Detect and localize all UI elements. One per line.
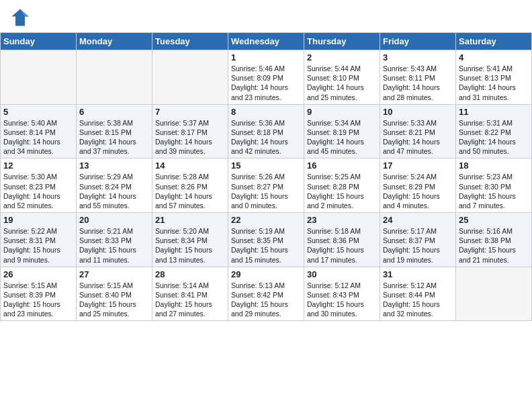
day-number: 31 — [383, 269, 453, 279]
day-number: 13 — [79, 161, 149, 171]
day-info: Sunrise: 5:43 AMSunset: 8:11 PMDaylight:… — [383, 64, 453, 102]
calendar-cell: 15Sunrise: 5:26 AMSunset: 8:27 PMDayligh… — [228, 158, 304, 213]
calendar-cell — [77, 50, 152, 105]
day-number: 5 — [3, 107, 73, 117]
day-number: 2 — [307, 52, 377, 62]
day-number: 19 — [3, 215, 73, 225]
day-info: Sunrise: 5:41 AMSunset: 8:13 PMDaylight:… — [459, 64, 529, 102]
day-number: 10 — [383, 107, 453, 117]
calendar-cell: 16Sunrise: 5:25 AMSunset: 8:28 PMDayligh… — [304, 158, 380, 213]
day-number: 16 — [307, 161, 377, 171]
calendar-cell: 21Sunrise: 5:20 AMSunset: 8:34 PMDayligh… — [152, 213, 228, 267]
calendar-cell: 6Sunrise: 5:38 AMSunset: 8:15 PMDaylight… — [77, 104, 152, 158]
logo — [11, 8, 32, 27]
day-number: 12 — [3, 161, 73, 171]
day-number: 30 — [307, 269, 377, 279]
day-info: Sunrise: 5:33 AMSunset: 8:21 PMDaylight:… — [383, 118, 453, 156]
calendar-cell: 30Sunrise: 5:12 AMSunset: 8:43 PMDayligh… — [304, 267, 380, 321]
calendar-cell: 20Sunrise: 5:21 AMSunset: 8:33 PMDayligh… — [77, 213, 152, 267]
calendar-cell: 26Sunrise: 5:15 AMSunset: 8:39 PMDayligh… — [1, 267, 77, 321]
svg-marker-0 — [11, 9, 28, 26]
calendar-cell: 5Sunrise: 5:40 AMSunset: 8:14 PMDaylight… — [1, 104, 77, 158]
calendar-cell: 2Sunrise: 5:44 AMSunset: 8:10 PMDaylight… — [304, 50, 380, 105]
calendar-cell: 19Sunrise: 5:22 AMSunset: 8:31 PMDayligh… — [1, 213, 77, 267]
day-number: 8 — [231, 107, 301, 117]
calendar-cell: 27Sunrise: 5:15 AMSunset: 8:40 PMDayligh… — [77, 267, 152, 321]
day-number: 27 — [79, 269, 149, 279]
day-info: Sunrise: 5:23 AMSunset: 8:30 PMDaylight:… — [459, 172, 529, 210]
day-info: Sunrise: 5:16 AMSunset: 8:38 PMDaylight:… — [459, 226, 529, 265]
day-info: Sunrise: 5:44 AMSunset: 8:10 PMDaylight:… — [307, 64, 377, 102]
calendar-cell: 4Sunrise: 5:41 AMSunset: 8:13 PMDaylight… — [456, 50, 532, 105]
day-number: 9 — [307, 107, 377, 117]
day-number: 7 — [155, 107, 225, 117]
calendar-header-row: SundayMondayTuesdayWednesdayThursdayFrid… — [1, 33, 532, 50]
day-number: 14 — [155, 161, 225, 171]
day-number: 22 — [231, 215, 301, 225]
calendar-cell — [152, 50, 228, 105]
day-number: 28 — [155, 269, 225, 279]
day-number: 3 — [383, 52, 453, 62]
day-number: 25 — [459, 215, 529, 225]
day-number: 24 — [383, 215, 453, 225]
calendar-cell: 13Sunrise: 5:29 AMSunset: 8:24 PMDayligh… — [77, 158, 152, 213]
day-info: Sunrise: 5:24 AMSunset: 8:29 PMDaylight:… — [383, 172, 453, 210]
calendar-cell: 25Sunrise: 5:16 AMSunset: 8:38 PMDayligh… — [456, 213, 532, 267]
calendar-cell: 31Sunrise: 5:12 AMSunset: 8:44 PMDayligh… — [380, 267, 456, 321]
day-info: Sunrise: 5:20 AMSunset: 8:34 PMDaylight:… — [155, 226, 225, 265]
calendar-week-row: 12Sunrise: 5:30 AMSunset: 8:23 PMDayligh… — [1, 158, 532, 213]
calendar-week-row: 19Sunrise: 5:22 AMSunset: 8:31 PMDayligh… — [1, 213, 532, 267]
calendar-day-header: Sunday — [1, 33, 77, 50]
day-number: 29 — [231, 269, 301, 279]
day-info: Sunrise: 5:29 AMSunset: 8:24 PMDaylight:… — [79, 172, 149, 210]
day-info: Sunrise: 5:28 AMSunset: 8:26 PMDaylight:… — [155, 172, 225, 210]
calendar-cell — [456, 267, 532, 321]
calendar-cell: 1Sunrise: 5:46 AMSunset: 8:09 PMDaylight… — [228, 50, 304, 105]
day-info: Sunrise: 5:15 AMSunset: 8:40 PMDaylight:… — [79, 281, 149, 319]
day-info: Sunrise: 5:22 AMSunset: 8:31 PMDaylight:… — [3, 226, 73, 265]
calendar-day-header: Tuesday — [152, 33, 228, 50]
calendar-week-row: 5Sunrise: 5:40 AMSunset: 8:14 PMDaylight… — [1, 104, 532, 158]
calendar-week-row: 1Sunrise: 5:46 AMSunset: 8:09 PMDaylight… — [1, 50, 532, 105]
day-info: Sunrise: 5:25 AMSunset: 8:28 PMDaylight:… — [307, 172, 377, 210]
day-info: Sunrise: 5:19 AMSunset: 8:35 PMDaylight:… — [231, 226, 301, 265]
calendar-day-header: Friday — [380, 33, 456, 50]
calendar-cell: 22Sunrise: 5:19 AMSunset: 8:35 PMDayligh… — [228, 213, 304, 267]
day-info: Sunrise: 5:13 AMSunset: 8:42 PMDaylight:… — [231, 281, 301, 319]
page-container: SundayMondayTuesdayWednesdayThursdayFrid… — [0, 0, 532, 321]
day-info: Sunrise: 5:17 AMSunset: 8:37 PMDaylight:… — [383, 226, 453, 265]
day-info: Sunrise: 5:14 AMSunset: 8:41 PMDaylight:… — [155, 281, 225, 319]
calendar-table: SundayMondayTuesdayWednesdayThursdayFrid… — [0, 32, 532, 321]
calendar-cell: 28Sunrise: 5:14 AMSunset: 8:41 PMDayligh… — [152, 267, 228, 321]
day-info: Sunrise: 5:15 AMSunset: 8:39 PMDaylight:… — [3, 281, 73, 319]
day-info: Sunrise: 5:21 AMSunset: 8:33 PMDaylight:… — [79, 226, 149, 265]
calendar-cell: 17Sunrise: 5:24 AMSunset: 8:29 PMDayligh… — [380, 158, 456, 213]
day-info: Sunrise: 5:36 AMSunset: 8:18 PMDaylight:… — [231, 118, 301, 156]
logo-icon — [11, 8, 30, 27]
calendar-cell: 18Sunrise: 5:23 AMSunset: 8:30 PMDayligh… — [456, 158, 532, 213]
day-info: Sunrise: 5:34 AMSunset: 8:19 PMDaylight:… — [307, 118, 377, 156]
day-number: 15 — [231, 161, 301, 171]
calendar-cell — [1, 50, 77, 105]
day-number: 21 — [155, 215, 225, 225]
day-number: 23 — [307, 215, 377, 225]
calendar-cell: 10Sunrise: 5:33 AMSunset: 8:21 PMDayligh… — [380, 104, 456, 158]
calendar-cell: 12Sunrise: 5:30 AMSunset: 8:23 PMDayligh… — [1, 158, 77, 213]
calendar-day-header: Saturday — [456, 33, 532, 50]
day-info: Sunrise: 5:26 AMSunset: 8:27 PMDaylight:… — [231, 172, 301, 210]
day-number: 6 — [79, 107, 149, 117]
day-info: Sunrise: 5:46 AMSunset: 8:09 PMDaylight:… — [231, 64, 301, 102]
calendar-day-header: Wednesday — [228, 33, 304, 50]
calendar-day-header: Thursday — [304, 33, 380, 50]
day-info: Sunrise: 5:12 AMSunset: 8:43 PMDaylight:… — [307, 281, 377, 319]
day-info: Sunrise: 5:31 AMSunset: 8:22 PMDaylight:… — [459, 118, 529, 156]
day-info: Sunrise: 5:18 AMSunset: 8:36 PMDaylight:… — [307, 226, 377, 265]
header — [0, 0, 532, 32]
calendar-cell: 23Sunrise: 5:18 AMSunset: 8:36 PMDayligh… — [304, 213, 380, 267]
calendar-day-header: Monday — [77, 33, 152, 50]
calendar-cell: 14Sunrise: 5:28 AMSunset: 8:26 PMDayligh… — [152, 158, 228, 213]
day-number: 26 — [3, 269, 73, 279]
calendar-cell: 24Sunrise: 5:17 AMSunset: 8:37 PMDayligh… — [380, 213, 456, 267]
day-number: 1 — [231, 52, 301, 62]
day-number: 4 — [459, 52, 529, 62]
